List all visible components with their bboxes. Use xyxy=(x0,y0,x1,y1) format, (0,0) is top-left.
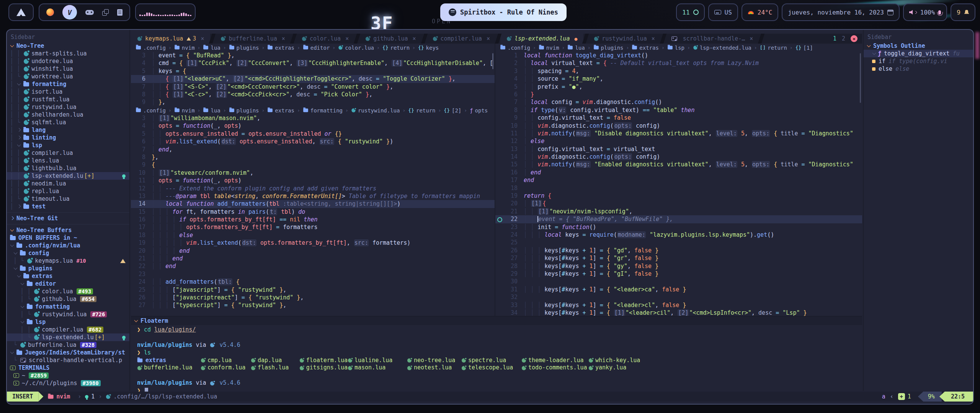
tree-item--c-n-l-plugins[interactable]: ~/.c/n/l/plugins#3980 xyxy=(7,379,129,387)
breadcrumb-segment[interactable]: []return xyxy=(760,45,787,51)
breadcrumb-segment[interactable]: lua xyxy=(567,45,585,51)
breadcrumb-segment[interactable]: nvim xyxy=(539,45,559,51)
breadcrumb-segment[interactable]: extras xyxy=(267,45,294,51)
tab-compiler-lua[interactable]: compiler.lua× xyxy=(426,34,496,44)
tab-lsp-extended-lua[interactable]: lsp-extended.lua● xyxy=(500,34,583,44)
breadcrumb-segment[interactable]: plugins xyxy=(229,45,259,51)
tree-item-lsp[interactable]: │ lsp xyxy=(7,141,129,149)
tree-item-keymaps-lua[interactable]: │ └ keymaps.lua#10 xyxy=(7,257,129,265)
tree-item-plugins[interactable]: plugins xyxy=(7,265,129,272)
close-icon[interactable]: × xyxy=(750,35,753,42)
tree-item--config-nvim-lua[interactable]: .config/nvim/lua xyxy=(7,242,129,249)
tree-item-terminals[interactable]: TERMINALS xyxy=(7,364,129,372)
tree-item-compiler-lua[interactable]: │ │ compiler.lua xyxy=(7,149,129,157)
volume-widget[interactable]: 100% xyxy=(903,3,947,21)
launcher-button[interactable] xyxy=(8,3,34,21)
close-icon[interactable]: × xyxy=(413,35,416,42)
tree-item-lang[interactable]: │ lang xyxy=(7,126,129,134)
breadcrumb-segment[interactable]: {}return xyxy=(382,45,410,51)
breadcrumb-segment[interactable]: plugins xyxy=(229,107,259,114)
neovim-icon[interactable]: V xyxy=(62,5,77,20)
tree-item-scrollbar-handle-vertical-p[interactable]: └ scrollbar-handle-vertical.p xyxy=(7,356,129,364)
tree-item-timeout-lua[interactable]: │ └ timeout.lua xyxy=(7,195,129,203)
breadcrumb-segment[interactable]: editor xyxy=(303,45,330,51)
close-icon[interactable]: × xyxy=(201,35,204,42)
tree-item-test[interactable]: │ test xyxy=(7,203,129,210)
breadcrumb-segment[interactable]: extras xyxy=(632,45,659,51)
tree-item-shellharden-lua[interactable]: │ │ shellharden.lua xyxy=(7,111,129,119)
tree-item-rustfmt-lua[interactable]: │ │ rustfmt.lua xyxy=(7,96,129,103)
tree-item-lsp[interactable]: lsp xyxy=(7,318,129,326)
breadcrumb-segment[interactable]: nvim xyxy=(174,45,195,51)
gamepad-icon[interactable] xyxy=(85,10,94,15)
tab-page-2[interactable]: 2 xyxy=(842,35,845,42)
tree-item-smart-splits-lua[interactable]: │ │ smart-splits.lua xyxy=(7,50,129,57)
tab-page-1[interactable]: 1 xyxy=(833,35,836,42)
tree-item-neo-tree-git[interactable]: Neo-Tree Git xyxy=(7,215,129,222)
tree-item-color-lua[interactable]: │ │ color.lua#493 xyxy=(7,288,129,295)
buffer-add-badge[interactable]: + xyxy=(898,393,905,400)
tree-item-lens-lua[interactable]: │ │ lens.lua xyxy=(7,157,129,164)
windows-icon[interactable] xyxy=(102,9,109,16)
breadcrumb-segment[interactable]: .config xyxy=(500,45,530,51)
tab-github-lua[interactable]: github.lua× xyxy=(359,34,422,44)
tree-item-editor[interactable]: editor xyxy=(7,280,129,288)
tree-item-linting[interactable]: │ linting xyxy=(7,134,129,141)
editor-rustywind-lua[interactable]: 3│ [1]"williamboman/mason.nvim",4│ opts … xyxy=(131,114,495,315)
editor-color-lua[interactable]: 3│ event = { "BufRead" },4│ cmd = { [1]"… xyxy=(131,52,495,106)
tab-scrollbar-handle-[interactable]: scrollbar-handle-…× xyxy=(665,34,760,44)
scrollbar-handle[interactable] xyxy=(860,53,861,103)
breadcrumb-segment[interactable]: extras xyxy=(267,107,294,114)
tree-item-juegos-indies-steamlibrary-st[interactable]: Juegos/Indies/SteamLibrary/st xyxy=(7,349,129,356)
weather-widget[interactable]: 24°C xyxy=(742,3,779,21)
breadcrumb-segment[interactable]: lua xyxy=(203,107,220,114)
firefox-icon[interactable] xyxy=(46,8,54,16)
breadcrumb-segment[interactable]: {}[2] xyxy=(444,107,461,114)
tree-item-formatting[interactable]: formatting xyxy=(7,303,129,311)
floaterm-winbar[interactable]: Floaterm xyxy=(131,317,862,325)
tree-item-neodim-lua[interactable]: │ │ neodim.lua xyxy=(7,180,129,187)
music-widget[interactable]: Spiritbox - Rule Of Nines xyxy=(440,3,567,21)
breadcrumb-segment[interactable]: rustywind.lua xyxy=(351,107,400,114)
keyboard-layout-widget[interactable]: US xyxy=(708,3,738,21)
workspace-widget[interactable]: 11 xyxy=(676,3,704,21)
breadcrumb-segment[interactable]: nvim xyxy=(174,107,195,114)
tree-item-neo-tree[interactable]: Neo-Tree xyxy=(7,42,129,50)
tree-item-worktree-lua[interactable]: │ └ worktree.lua xyxy=(7,73,129,80)
notifications-widget[interactable]: 9 xyxy=(951,3,975,21)
tree-item-formatting[interactable]: │ formatting xyxy=(7,80,129,88)
breadcrumb-segment[interactable]: {}[1] xyxy=(795,45,813,51)
tree-item-neo-tree-buffers[interactable]: Neo-Tree Buffers xyxy=(7,226,129,234)
tree-item-extras[interactable]: extras xyxy=(7,272,129,280)
tree-item-rustywind-lua[interactable]: │ └ rustywind.lua#726 xyxy=(7,311,129,318)
outline-item-toggle-diag-virtext[interactable]: ƒtoggle_diag_virtextfu xyxy=(864,50,973,57)
close-icon[interactable]: × xyxy=(487,35,490,42)
breadcrumb-segment[interactable]: plugins xyxy=(593,45,624,51)
tree-item-lsp-extended-lu[interactable]: │ └ lsp-extended.lu[+] xyxy=(7,333,129,341)
symbols-outline-sidebar[interactable]: Sidebar Symbols Outline ƒtoggle_diag_vir… xyxy=(863,30,973,391)
close-all-button[interactable]: × xyxy=(851,35,858,42)
breadcrumb-rustywind-lua[interactable]: .config›nvim›lua›plugins›extras›formatti… xyxy=(131,106,495,114)
tree-item-config[interactable]: config xyxy=(7,249,129,257)
close-icon[interactable]: × xyxy=(282,35,285,42)
breadcrumb-segment[interactable]: .config xyxy=(136,45,166,51)
breadcrumb-segment[interactable]: color.lua xyxy=(338,45,374,51)
tree-item-bufferline-lua[interactable]: └ bufferline.lua#328 xyxy=(7,341,129,349)
tab-keymaps-lua[interactable]: keymaps.lua3× xyxy=(131,34,210,44)
breadcrumb-segment[interactable]: lsp-extended.lua xyxy=(693,45,751,51)
tree-item-sqlfmt-lua[interactable]: │ └ sqlfmt.lua xyxy=(7,119,129,126)
breadcrumb-lsp-extended-lua[interactable]: .config›nvim›lua›plugins›extras›lsp›lsp-… xyxy=(495,44,862,52)
tree-item-github-lua[interactable]: │ └ github.lua#654 xyxy=(7,295,129,303)
tab-bufferline-lua[interactable]: bufferline.lua× xyxy=(214,34,291,44)
close-icon[interactable]: × xyxy=(345,35,349,42)
outline-item-if[interactable]: ifif type(config.vi xyxy=(864,57,973,65)
breadcrumb-segment[interactable]: .config xyxy=(136,107,166,114)
tree-item-compiler-lua[interactable]: │ │ compiler.lua#682 xyxy=(7,326,129,333)
tree-item-open-buffers-in-[interactable]: OPEN BUFFERS in ~ xyxy=(7,234,129,242)
tree-item-undotree-lua[interactable]: │ │ undotree.lua xyxy=(7,57,129,65)
breadcrumb-segment[interactable]: {}return xyxy=(408,107,435,114)
breadcrumb-segment[interactable]: {}keys xyxy=(418,45,439,51)
document-icon[interactable] xyxy=(117,9,122,16)
outline-item-else[interactable]: elseelse xyxy=(864,65,973,73)
tree-item-isort-lua[interactable]: │ │ isort.lua xyxy=(7,88,129,96)
